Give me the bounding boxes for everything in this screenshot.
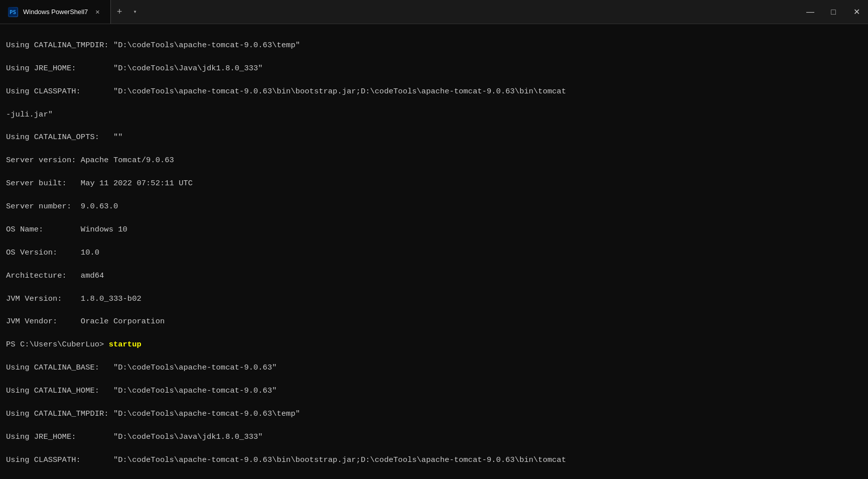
- terminal-line: Server number: 9.0.63.0: [6, 201, 862, 212]
- terminal-line: OS Version: 10.0: [6, 247, 862, 259]
- terminal-line: JVM Vendor: Oracle Corporation: [6, 316, 862, 327]
- minimize-button[interactable]: —: [799, 0, 822, 24]
- terminal-line: Using CATALINA_TMPDIR: "D:\codeTools\apa…: [6, 40, 862, 51]
- terminal-line: Using JRE_HOME: "D:\codeTools\Java\jdk1.…: [6, 63, 862, 74]
- close-window-button[interactable]: ✕: [845, 0, 868, 24]
- terminal-line: Using JRE_HOME: "D:\codeTools\Java\jdk1.…: [6, 431, 862, 443]
- terminal-line: JVM Version: 1.8.0_333-b02: [6, 293, 862, 305]
- terminal-line: -juli.jar": [6, 477, 862, 479]
- terminal-line: Server built: May 11 2022 07:52:11 UTC: [6, 178, 862, 189]
- terminal-line: Using CLASSPATH: "D:\codeTools\apache-to…: [6, 454, 862, 466]
- tab-dropdown-button[interactable]: ▾: [128, 0, 142, 24]
- close-tab-button[interactable]: ✕: [93, 7, 102, 17]
- tab-label: Windows PowerShell7: [23, 8, 88, 16]
- terminal-line: Using CATALINA_OPTS: "": [6, 132, 862, 143]
- terminal-tab[interactable]: PS Windows PowerShell7 ✕: [0, 0, 111, 24]
- terminal-line: Using CLASSPATH: "D:\codeTools\apache-to…: [6, 86, 862, 97]
- terminal-line: OS Name: Windows 10: [6, 224, 862, 235]
- terminal-line: -juli.jar": [6, 109, 862, 121]
- terminal-line: Architecture: amd64: [6, 270, 862, 282]
- terminal-line: Server version: Apache Tomcat/9.0.63: [6, 155, 862, 166]
- terminal-line: Using CATALINA_HOME: "D:\codeTools\apach…: [6, 385, 862, 397]
- command-text: startup: [109, 340, 141, 349]
- svg-text:PS: PS: [10, 9, 16, 16]
- prompt-text: PS C:\Users\CuberLuo>: [6, 340, 109, 349]
- ps-icon: PS: [8, 7, 18, 17]
- window-controls: — □ ✕: [799, 0, 868, 24]
- new-tab-button[interactable]: +: [111, 0, 128, 24]
- terminal-line: PS C:\Users\CuberLuo> startup: [6, 339, 862, 350]
- ps-logo: PS: [8, 7, 18, 17]
- terminal-line: Using CATALINA_BASE: "D:\codeTools\apach…: [6, 362, 862, 374]
- titlebar: PS Windows PowerShell7 ✕ + ▾ — □ ✕: [0, 0, 868, 24]
- maximize-button[interactable]: □: [822, 0, 845, 24]
- terminal-line: Using CATALINA_TMPDIR: "D:\codeTools\apa…: [6, 408, 862, 420]
- terminal-output: Using CATALINA_TMPDIR: "D:\codeTools\apa…: [0, 24, 868, 479]
